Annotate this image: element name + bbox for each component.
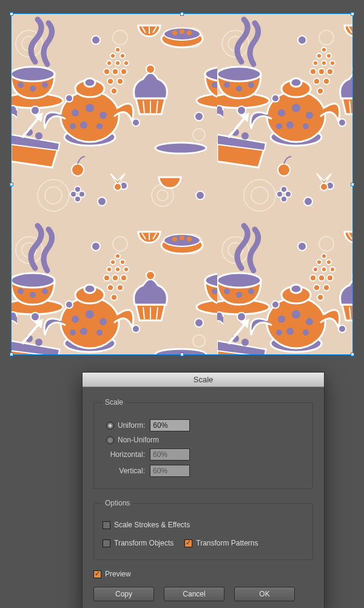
uniform-input[interactable] — [150, 419, 190, 431]
dialog-title[interactable]: Scale — [83, 373, 324, 387]
scale-legend: Scale — [103, 398, 126, 407]
transform-patterns-label: Transform Patterns — [196, 539, 258, 547]
preview-label: Preview — [105, 570, 131, 578]
vertical-label: Vertical: — [103, 467, 145, 475]
artboard-canvas[interactable] — [11, 13, 353, 355]
uniform-radio[interactable] — [106, 422, 114, 430]
cancel-button[interactable]: Cancel — [164, 587, 224, 601]
scale-dialog: Scale Scale Uniform: Non-Uniform Horizon… — [82, 372, 325, 608]
horizontal-label: Horizontal: — [103, 450, 145, 459]
options-legend: Options — [103, 499, 132, 507]
svg-rect-73 — [11, 13, 353, 355]
transform-objects-label: Transform Objects — [114, 539, 174, 547]
scale-strokes-checkbox[interactable] — [103, 521, 110, 529]
preview-checkbox[interactable] — [93, 570, 101, 578]
options-fieldset: Options Scale Strokes & Effects Transfor… — [93, 499, 313, 560]
copy-button[interactable]: Copy — [93, 587, 154, 601]
transform-patterns-checkbox[interactable] — [184, 539, 192, 547]
transform-objects-checkbox[interactable] — [103, 539, 110, 547]
vertical-input[interactable] — [150, 465, 190, 477]
nonuniform-radio[interactable] — [106, 436, 114, 444]
scale-strokes-label: Scale Strokes & Effects — [114, 521, 190, 529]
horizontal-input[interactable] — [150, 448, 190, 461]
ok-button[interactable]: OK — [234, 587, 295, 601]
uniform-label: Uniform: — [118, 421, 145, 430]
scale-fieldset: Scale Uniform: Non-Uniform Horizontal: — [93, 398, 313, 489]
nonuniform-label: Non-Uniform — [118, 436, 159, 444]
